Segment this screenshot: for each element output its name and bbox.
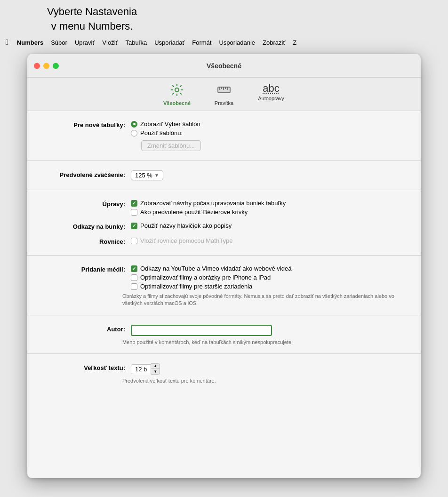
radio-use-template[interactable] <box>131 130 137 136</box>
text-bezier: Ako predvolené použiť Bézierove krivky <box>140 208 248 216</box>
option-show-suggestions: Zobrazovať návrhy počas upravovania buni… <box>131 200 407 207</box>
option-header-names: Použiť názvy hlavičiek ako popisy <box>131 222 407 229</box>
checkbox-iphone-ipad[interactable] <box>131 274 137 281</box>
option-iphone-ipad: Optimalizovať filmy a obrázky pre iPhone… <box>131 274 407 281</box>
section-edits: Úpravy: Zobrazovať návrhy počas upravova… <box>27 190 421 256</box>
text-header-names: Použiť názvy hlavičiek ako popisy <box>140 222 232 229</box>
menu-subor[interactable]: Súbor <box>47 38 71 47</box>
row-equations: Rovnice: Vložiť rovnice pomocou MathType <box>27 235 421 248</box>
author-input[interactable] <box>131 325 272 336</box>
label-author: Autor: <box>41 325 131 333</box>
content-author <box>131 325 407 336</box>
tab-ruler[interactable]: Pravítka <box>210 83 238 106</box>
section-new-tables: Pre nové tabuľky: Zobraziť Výber šablón … <box>27 111 421 161</box>
tab-general[interactable]: Všeobecné <box>163 83 191 106</box>
window-title: Všeobecné <box>207 62 241 70</box>
settings-content: Pre nové tabuľky: Zobraziť Výber šablón … <box>27 111 421 474</box>
tab-ruler-label: Pravítka <box>215 100 233 106</box>
label-edits: Úpravy: <box>41 200 131 208</box>
content-equations: Vložiť rovnice pomocou MathType <box>131 237 407 244</box>
menu-upravit[interactable]: Upraviť <box>71 38 98 47</box>
titlebar: Všeobecné <box>27 54 421 78</box>
ruler-icon <box>217 83 231 98</box>
checkbox-show-suggestions[interactable] <box>131 200 137 207</box>
checkbox-header-names[interactable] <box>131 223 137 229</box>
checkbox-bezier[interactable] <box>131 209 137 216</box>
option-bezier: Ako predvolené použiť Bézierove krivky <box>131 208 407 216</box>
row-new-tables: Pre nové tabuľky: Zobraziť Výber šablón … <box>27 119 421 153</box>
text-show-chooser: Zobraziť Výber šablón <box>140 120 200 128</box>
zoom-value: 125 % <box>135 172 152 179</box>
text-youtube: Odkazy na YouTube a Vimeo vkladať ako we… <box>140 265 291 272</box>
content-new-tables: Zobraziť Výber šablón Použiť šablónu: Zm… <box>131 120 407 151</box>
label-zoom: Predvolené zväčšenie: <box>41 170 131 178</box>
tab-general-label: Všeobecné <box>163 100 191 106</box>
row-zoom: Predvolené zväčšenie: 125 % ▼ <box>27 168 421 182</box>
stepper-up-button[interactable]: ▲ <box>151 364 160 369</box>
minimize-button[interactable] <box>43 63 49 69</box>
settings-window: Všeobecné Všeobecné <box>27 54 421 478</box>
dropdown-arrow-icon: ▼ <box>154 173 159 178</box>
label-media: Pridanie médií: <box>41 265 131 273</box>
tab-autocorrect[interactable]: abc Autoopravy <box>257 83 285 106</box>
media-description: Obrázky a filmy si zachovajú svoje pôvod… <box>27 292 421 307</box>
stepper-arrows: ▲ ▼ <box>151 363 160 375</box>
label-text-size: Veľkosť textu: <box>41 363 131 371</box>
checkbox-youtube[interactable] <box>131 265 137 272</box>
text-older-devices: Optimalizovať filmy pre staršie zariaden… <box>140 283 252 290</box>
row-author: Autor: <box>27 323 421 338</box>
row-media: Pridanie médií: Odkazy na YouTube a Vime… <box>27 263 421 292</box>
row-cell-refs: Odkazy na bunky: Použiť názvy hlavičiek … <box>27 220 421 232</box>
menu-vlozit[interactable]: Vložiť <box>98 38 121 47</box>
text-iphone-ipad: Optimalizovať filmy a obrázky pre iPhone… <box>140 274 271 281</box>
menu-zobrazit[interactable]: Zobraziť <box>259 38 289 47</box>
content-edits: Zobrazovať návrhy počas upravovania buni… <box>131 200 407 216</box>
checkbox-mathtype[interactable] <box>131 238 137 244</box>
tab-autocorrect-label: Autoopravy <box>258 96 284 101</box>
author-description: Meno použité v komentároch, keď na tabuľ… <box>27 338 421 346</box>
option-use-template: Použiť šablónu: <box>131 129 407 136</box>
content-cell-refs: Použiť názvy hlavičiek ako popisy <box>131 222 407 229</box>
close-button[interactable] <box>34 63 40 69</box>
stepper-value: 12 b <box>131 364 151 374</box>
menu-tabulka[interactable]: Tabuľka <box>121 38 151 47</box>
stepper-down-button[interactable]: ▼ <box>151 369 160 374</box>
section-zoom: Predvolené zväčšenie: 125 % ▼ <box>27 161 421 190</box>
text-size-control: 12 b ▲ ▼ <box>131 363 407 375</box>
menu-usporiadat[interactable]: Usporiadať <box>151 38 188 47</box>
content-media: Odkazy na YouTube a Vimeo vkladať ako we… <box>131 265 407 290</box>
maximize-button[interactable] <box>53 63 59 69</box>
radio-show-chooser[interactable] <box>131 121 137 128</box>
option-older-devices: Optimalizovať filmy pre staršie zariaden… <box>131 283 407 290</box>
content-zoom: 125 % ▼ <box>131 170 407 180</box>
menubar:  Numbers Súbor Upraviť Vložiť Tabuľka U… <box>0 37 448 48</box>
checkbox-older-devices[interactable] <box>131 283 137 290</box>
label-cell-refs: Odkazy na bunky: <box>41 222 131 230</box>
option-youtube: Odkazy na YouTube a Vimeo vkladať ako we… <box>131 265 407 272</box>
menu-format[interactable]: Formát <box>188 38 215 47</box>
text-show-suggestions: Zobrazovať návrhy počas upravovania buni… <box>140 200 286 207</box>
zoom-control: 125 % ▼ <box>131 170 407 180</box>
menu-usporiadanie[interactable]: Usporiadanie <box>215 38 259 47</box>
section-text-size: Veľkosť textu: 12 b ▲ ▼ Predvolená veľko… <box>27 354 421 392</box>
section-author: Autor: Meno použité v komentároch, keď n… <box>27 315 421 354</box>
gear-icon <box>170 83 184 98</box>
abc-icon: abc <box>263 83 279 94</box>
tab-bar: Všeobecné Pravítka abc Autoopravy <box>27 78 421 111</box>
window-buttons <box>34 63 59 69</box>
change-template-button[interactable]: Zmeniť šablónu... <box>141 140 201 151</box>
content-text-size: 12 b ▲ ▼ <box>131 363 407 375</box>
text-mathtype: Vložiť rovnice pomocou MathType <box>140 237 232 244</box>
svg-point-0 <box>175 88 179 92</box>
zoom-dropdown[interactable]: 125 % ▼ <box>131 170 163 180</box>
text-size-stepper: 12 b ▲ ▼ <box>131 363 160 375</box>
text-size-description: Predvolená veľkosť textu pre komentáre. <box>27 377 421 385</box>
option-show-chooser: Zobraziť Výber šablón <box>131 120 407 128</box>
row-text-size: Veľkosť textu: 12 b ▲ ▼ <box>27 361 421 377</box>
menu-z[interactable]: Z <box>289 38 300 47</box>
menu-numbers[interactable]: Numbers <box>13 38 47 47</box>
apple-menu[interactable]:  <box>4 37 13 48</box>
option-mathtype: Vložiť rovnice pomocou MathType <box>131 237 407 244</box>
label-new-tables: Pre nové tabuľky: <box>41 120 131 128</box>
row-edits: Úpravy: Zobrazovať návrhy počas upravova… <box>27 198 421 217</box>
